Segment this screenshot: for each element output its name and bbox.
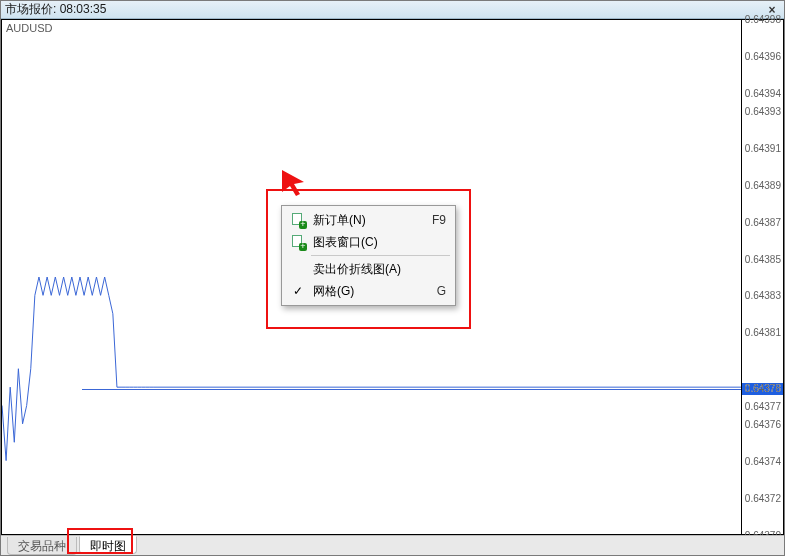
y-tick: 0.64389: [742, 181, 781, 191]
y-tick: 0.64372: [742, 494, 781, 504]
menu-separator: [311, 255, 450, 256]
menu-item-accel: F9: [432, 213, 446, 227]
menu-item-grid[interactable]: ✓网格(G)G: [285, 280, 452, 302]
titlebar: 市场报价: 08:03:35 ×: [1, 1, 784, 19]
menu-item-new_order[interactable]: +新订单(N)F9: [285, 209, 452, 231]
context-menu: +新订单(N)F9+图表窗口(C)卖出价折线图(A)✓网格(G)G: [281, 205, 456, 306]
y-tick: 0.64374: [742, 457, 781, 467]
market-watch-window: 市场报价: 08:03:35 × AUDUSD 0.64378 0.643980…: [0, 0, 785, 556]
y-axis: 0.64378 0.643980.643960.643940.643930.64…: [742, 19, 784, 535]
y-tick: 0.64383: [742, 291, 781, 301]
document-plus-icon: +: [289, 213, 307, 227]
menu-item-label: 网格(G): [313, 283, 431, 300]
menu-item-accel: G: [437, 284, 446, 298]
y-tick: 0.64396: [742, 52, 781, 62]
svg-marker-0: [282, 170, 304, 196]
y-tick: 0.64398: [742, 15, 781, 25]
tab-symbols[interactable]: 交易品种: [7, 537, 77, 555]
y-tick: 0.64376: [742, 420, 781, 430]
checkmark-icon: ✓: [289, 284, 307, 298]
y-tick: 0.64381: [742, 328, 781, 338]
pointer-arrow-icon: [282, 170, 308, 196]
chart-area[interactable]: AUDUSD 0.64378 0.643980.643960.643940.64…: [1, 19, 784, 535]
y-tick: 0.64387: [742, 218, 781, 228]
menu-item-label: 新订单(N): [313, 212, 426, 229]
y-tick: 0.64385: [742, 255, 781, 265]
current-price-line: [82, 389, 741, 390]
tab-tick-chart[interactable]: 即时图: [79, 536, 137, 554]
y-tick: 0.64393: [742, 107, 781, 117]
y-tick: 0.64378: [742, 384, 781, 394]
tab-strip: 交易品种 即时图: [1, 535, 784, 555]
menu-item-label: 卖出价折线图(A): [313, 261, 440, 278]
menu-item-ask_line[interactable]: 卖出价折线图(A): [285, 258, 452, 280]
window-title: 市场报价: 08:03:35: [5, 1, 106, 18]
menu-item-label: 图表窗口(C): [313, 234, 440, 251]
document-plus-icon: +: [289, 235, 307, 249]
y-tick: 0.64394: [742, 89, 781, 99]
menu-item-chart_win[interactable]: +图表窗口(C): [285, 231, 452, 253]
y-tick: 0.64377: [742, 402, 781, 412]
y-tick: 0.64391: [742, 144, 781, 154]
